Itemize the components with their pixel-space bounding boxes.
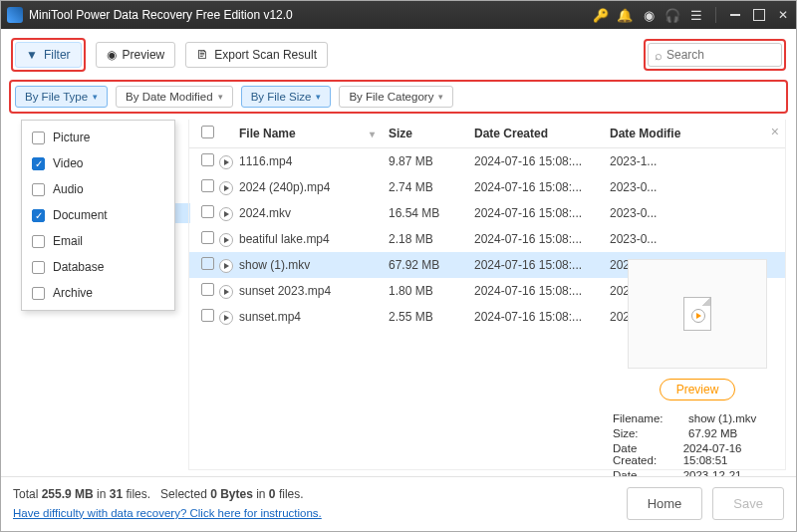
cell-size: 1.80 MB [389,284,474,298]
filter-button[interactable]: ▼ Filter [15,42,82,68]
row-check[interactable] [195,153,219,169]
export-button[interactable]: 🖹 Export Scan Result [185,42,328,68]
checkbox-icon[interactable] [201,205,214,218]
chip-label: By File Category [349,91,433,103]
table-row[interactable]: 1116.mp49.87 MB2024-07-16 15:08:...2023-… [189,148,785,174]
t: files. Selected [123,487,210,501]
v-filename: show (1).mkv [688,412,756,424]
preview-button[interactable]: ◉ Preview [96,42,176,68]
file-type-dropdown[interactable]: Picture✓VideoAudio✓DocumentEmailDatabase… [21,120,175,311]
checkbox-icon[interactable] [32,235,45,248]
row-check[interactable] [195,257,219,273]
bell-icon[interactable]: 🔔 [618,8,632,22]
checkbox-icon[interactable] [201,153,214,166]
checkbox-icon[interactable] [201,309,214,322]
chevron-down-icon: ▾ [438,92,443,102]
chip-file-category[interactable]: By File Category ▾ [339,86,453,108]
checkbox-icon[interactable] [201,179,214,192]
checkbox-icon[interactable]: ✓ [32,209,45,222]
close-panel-icon[interactable]: × [771,124,779,139]
cell-modified: 2023-1... [610,154,689,168]
row-check[interactable] [195,205,219,221]
dropdown-label: Document [53,208,108,222]
dropdown-item[interactable]: ✓Document [22,202,174,228]
headphones-icon[interactable]: 🎧 [665,8,679,22]
checkbox-icon[interactable] [201,126,214,138]
app-window: MiniTool Power Data Recovery Free Editio… [0,0,797,532]
checkbox-icon[interactable] [32,261,45,274]
sync-icon[interactable]: ◉ [642,8,656,22]
row-check[interactable] [195,309,219,325]
maximize-button[interactable] [752,8,766,22]
minimize-button[interactable] [728,8,742,22]
checkbox-icon[interactable] [32,183,45,196]
dropdown-item[interactable]: Database [22,254,174,280]
col-date-created[interactable]: Date Created [474,127,610,140]
save-button[interactable]: Save [712,487,784,520]
dropdown-item[interactable]: Archive [22,280,174,306]
search-input[interactable] [666,48,775,62]
col-size[interactable]: Size [389,127,474,140]
row-icon [219,154,239,169]
row-icon [219,284,239,299]
cell-created: 2024-07-16 15:08:... [474,206,610,220]
dropdown-label: Audio [53,182,84,196]
checkbox-icon[interactable] [201,231,214,244]
video-file-icon [219,285,233,299]
dropdown-item[interactable]: Email [22,228,174,254]
checkbox-icon[interactable] [201,283,214,296]
dropdown-label: Archive [53,286,93,300]
close-button[interactable] [776,8,790,22]
checkbox-icon[interactable]: ✓ [32,157,45,170]
cell-modified: 2023-0... [610,206,689,220]
table-row[interactable]: 2024 (240p).mp42.74 MB2024-07-16 15:08:.… [189,174,785,200]
col-date-modified[interactable]: Date Modifie [610,127,689,140]
app-title: MiniTool Power Data Recovery Free Editio… [29,8,594,22]
row-check[interactable] [195,283,219,299]
row-check[interactable] [195,231,219,247]
video-file-icon [219,233,233,247]
cell-modified: 2023-0... [610,232,689,246]
checkbox-icon[interactable] [32,287,45,300]
chip-label: By Date Modified [126,91,213,103]
preview-label: Preview [123,48,165,62]
cell-created: 2024-07-16 15:08:... [474,284,610,298]
key-icon[interactable]: 🔑 [594,8,608,22]
cell-created: 2024-07-16 15:08:... [474,232,610,246]
eye-icon: ◉ [107,48,117,62]
cell-name: 2024 (240p).mp4 [239,180,389,194]
k-filename: Filename: [613,412,688,424]
row-icon [219,258,239,273]
chevron-down-icon: ▾ [93,92,98,102]
search-box[interactable]: ⌕ [648,43,782,67]
row-check[interactable] [195,179,219,195]
chip-file-size[interactable]: By File Size ▾ [241,86,332,108]
v-modified: 2023-12-21 13:49:02 [683,469,782,476]
preview-open-button[interactable]: Preview [660,379,736,400]
menu-icon[interactable]: ☰ [689,8,703,22]
table-row[interactable]: beatiful lake.mp42.18 MB2024-07-16 15:08… [189,226,785,252]
checkbox-icon[interactable] [32,132,45,144]
video-file-icon [219,311,233,325]
dropdown-label: Picture [53,131,90,144]
total-size: 255.9 MB [42,487,94,501]
chip-file-type[interactable]: By File Type ▾ [15,86,108,108]
dropdown-item[interactable]: ✓Video [22,150,174,176]
home-button[interactable]: Home [627,487,703,520]
row-icon [219,232,239,247]
cell-created: 2024-07-16 15:08:... [474,258,610,272]
dropdown-item[interactable]: Picture [22,125,174,150]
select-all-cell[interactable] [195,126,219,141]
search-highlight: ⌕ [644,39,786,71]
dropdown-item[interactable]: Audio [22,176,174,202]
table-row[interactable]: 2024.mkv16.54 MB2024-07-16 15:08:...2023… [189,200,785,226]
play-icon [691,309,705,323]
col-file-name[interactable]: File Name ▾ [239,127,389,140]
col-label: File Name [239,127,296,140]
filter-label: Filter [44,48,71,62]
toolbar: ▼ Filter ◉ Preview 🖹 Export Scan Result … [1,29,796,80]
checkbox-icon[interactable] [201,257,214,270]
cell-name: 2024.mkv [239,206,389,220]
help-link[interactable]: Have difficulty with data recovery? Clic… [13,507,322,519]
chip-date-modified[interactable]: By Date Modified ▾ [116,86,233,108]
